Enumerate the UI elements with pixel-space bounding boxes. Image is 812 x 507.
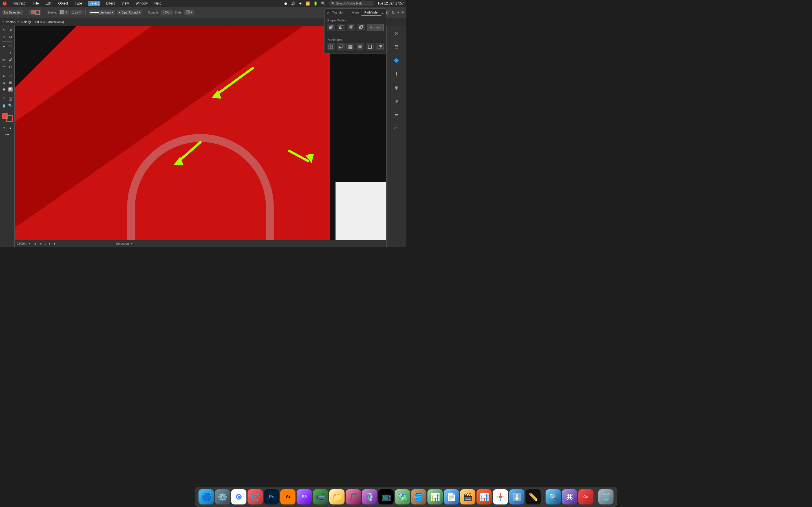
panel-layers-icon[interactable]: ☰: [390, 108, 403, 121]
free-transform-tool[interactable]: ⊞: [8, 79, 13, 86]
panel-artboards-icon[interactable]: ▭: [390, 122, 403, 134]
preview-view[interactable]: ■: [8, 125, 13, 131]
nav-start[interactable]: |◄: [33, 242, 37, 245]
panel-color-icon[interactable]: ◉: [390, 81, 403, 94]
canvas-area[interactable]: 1600% ▾ |◄ ◄ 1 ► ►| Selection ▾: [15, 26, 386, 247]
more-tools[interactable]: •••: [1, 131, 13, 138]
direct-selection-tool[interactable]: ↗: [8, 27, 13, 33]
intersect-button[interactable]: [347, 24, 355, 31]
minus-front-button[interactable]: [337, 24, 345, 31]
menu-file[interactable]: File: [32, 1, 40, 5]
tab-close-button[interactable]: ✕: [2, 20, 4, 23]
nav-next[interactable]: ►: [48, 242, 51, 245]
selection-tool-indicator[interactable]: No Selection: [2, 10, 23, 15]
svg-rect-7: [331, 25, 333, 28]
svg-rect-20: [340, 45, 343, 47]
panel-libraries-icon[interactable]: ⊙: [390, 27, 403, 40]
gradient-tool[interactable]: ◫: [8, 96, 13, 102]
outline-button[interactable]: [366, 43, 374, 50]
adobe-help-search[interactable]: 🔍 Search Adobe Help: [329, 1, 374, 6]
zoom-level: 1600%: [17, 242, 27, 245]
menu-illustrator[interactable]: Illustrator: [11, 1, 28, 5]
panel-asset-export-icon[interactable]: ⬆: [390, 68, 403, 80]
normal-view[interactable]: □: [1, 125, 7, 131]
minus-back-button[interactable]: [375, 43, 384, 50]
stroke-style-selector[interactable]: Uniform ▾: [89, 10, 115, 15]
menu-edit[interactable]: Edit: [45, 1, 53, 5]
stroke-width-input[interactable]: 1 px ▾: [70, 10, 83, 15]
arrange-icon[interactable]: ⇅: [392, 10, 395, 15]
selection-label: No Selection: [4, 11, 21, 14]
selection-tool[interactable]: ↖: [1, 27, 7, 33]
panel-properties-icon[interactable]: ☰: [390, 41, 403, 53]
unite-button[interactable]: [327, 24, 335, 31]
scale-tool[interactable]: ⤢: [8, 73, 13, 79]
fill-stroke-selector[interactable]: [2, 113, 13, 122]
opacity-input[interactable]: 40% ›: [161, 10, 173, 15]
style-selector[interactable]: ▾: [184, 10, 194, 15]
rotate-tool[interactable]: ↻: [1, 73, 7, 79]
pt-round-selector[interactable]: ● 3 pt. Round ▾: [117, 10, 142, 15]
lasso-tool[interactable]: ⊙: [8, 34, 13, 40]
trim-button[interactable]: [337, 43, 345, 50]
exclude-button[interactable]: [357, 24, 365, 31]
eraser-tool[interactable]: ◻: [8, 63, 13, 69]
tool-divider-1: [2, 41, 12, 42]
menu-object[interactable]: Object: [57, 1, 69, 5]
svg-rect-25: [368, 45, 371, 48]
eyedropper-tool[interactable]: 💧: [1, 102, 7, 108]
chevron-down-icon-6[interactable]: ▾: [397, 10, 399, 15]
stroke-box[interactable]: [6, 115, 13, 122]
main-layout: ↖ ↗ ✦ ⊙ ✒ 〜 T / ▭ 🖌 ✏ ◻ ↻ ⤢ ≋: [0, 26, 406, 247]
panel-cc-libraries-icon[interactable]: 🔷: [390, 54, 403, 66]
merge-button[interactable]: [346, 43, 354, 50]
toolbar-separator-4: [145, 10, 145, 15]
zoom-dropdown[interactable]: ▾: [29, 242, 31, 245]
mesh-tool[interactable]: ⊞: [1, 96, 7, 102]
fill-color-picker[interactable]: [29, 10, 41, 15]
stroke-color-swatch[interactable]: ▾: [59, 10, 69, 15]
menu-type[interactable]: Type: [73, 1, 83, 5]
pathfinder-menu-icon[interactable]: ≡: [382, 10, 384, 15]
line-tool[interactable]: /: [8, 50, 13, 56]
ellipsis-icon: •••: [5, 133, 9, 137]
rectangle-tool[interactable]: ▭: [1, 57, 7, 63]
right-panel: ⊙ ☰ 🔷 ⬆ ◉ ⊚ ☰ ▭: [386, 26, 406, 247]
tool-dropdown[interactable]: ▾: [131, 242, 133, 245]
pt-round-icon: ●: [119, 11, 121, 14]
paintbrush-tool[interactable]: 🖌: [8, 57, 13, 63]
column-graph-tool[interactable]: 📊: [8, 86, 13, 93]
divide-button[interactable]: [327, 43, 335, 50]
tool-divider-2: [2, 71, 12, 71]
volume-icon[interactable]: 🔊: [291, 1, 296, 6]
menu-view[interactable]: View: [120, 1, 130, 5]
zoom-tool[interactable]: 🔍: [8, 102, 13, 108]
wifi-icon[interactable]: 📶: [305, 1, 310, 6]
magic-wand-tool[interactable]: ✦: [1, 34, 7, 40]
panel-appearance-icon[interactable]: ⊚: [390, 95, 403, 107]
nav-end[interactable]: ►|: [54, 242, 57, 245]
nav-prev[interactable]: ◄: [39, 242, 42, 245]
warp-tool[interactable]: ≋: [1, 79, 7, 86]
crop-button[interactable]: [356, 43, 364, 50]
pencil-tool[interactable]: ✏: [1, 63, 7, 69]
symbol-sprayer[interactable]: ✺: [1, 86, 7, 93]
tab-transform[interactable]: Transform: [329, 10, 349, 15]
pathfinder-close-button[interactable]: ✕: [327, 11, 329, 15]
pen-tool-group: ✒ 〜: [1, 43, 13, 49]
type-tool[interactable]: T: [1, 50, 7, 56]
tab-pathfinder[interactable]: Pathfinder: [361, 10, 381, 15]
search-icon[interactable]: 🔍: [321, 1, 326, 6]
menu-help[interactable]: Help: [153, 1, 162, 5]
tab-align[interactable]: Align: [349, 10, 361, 15]
menu-select[interactable]: Select: [88, 1, 100, 6]
curvature-tool[interactable]: 〜: [8, 43, 13, 49]
expand-button[interactable]: Expand: [367, 24, 384, 31]
menu-window[interactable]: Window: [135, 1, 149, 5]
more-icon[interactable]: ≡: [402, 10, 404, 15]
stroke-color-box: [36, 10, 40, 14]
menu-effect[interactable]: Effect: [105, 1, 116, 5]
pen-tool[interactable]: ✒: [1, 43, 7, 49]
apple-menu[interactable]: 🍎: [2, 1, 7, 6]
bluetooth-icon[interactable]: ✦: [299, 1, 302, 6]
